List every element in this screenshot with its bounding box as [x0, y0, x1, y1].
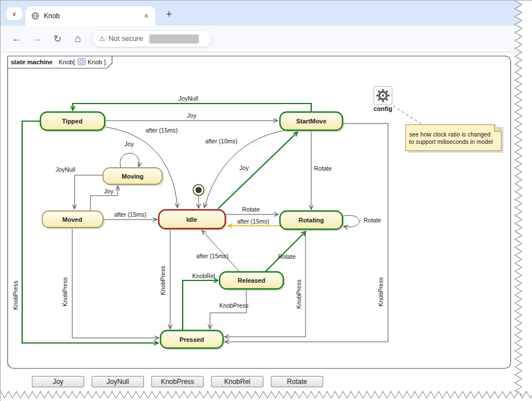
- not-secure-label: Not secure: [109, 35, 143, 43]
- note-line1: see how clock ratio is changed: [409, 131, 490, 138]
- state-startmove: StartMove: [280, 112, 344, 132]
- state-machine-diagram: state machine Knob[ Knob ]: [1, 1, 532, 401]
- reload-icon[interactable]: ↻: [51, 32, 64, 46]
- signal-button-joy[interactable]: Joy: [32, 376, 84, 387]
- warning-icon: ⚠: [99, 35, 105, 43]
- browser-tab-strip: ∨ Knob × +: [1, 1, 532, 26]
- gear-icon: [377, 89, 390, 102]
- label-joynull: JoyNull: [56, 166, 75, 173]
- label-joynull: JoyNull: [179, 95, 198, 102]
- svg-text:Idle: Idle: [187, 216, 197, 223]
- state-moved: Moved: [42, 211, 105, 229]
- label-joy: Joy: [187, 112, 197, 119]
- label-knobrel: KnobRel: [192, 272, 215, 279]
- svg-text:Rotating: Rotating: [299, 217, 324, 224]
- svg-text:Tipped: Tipped: [62, 118, 83, 125]
- frame-kind-label: state machine: [11, 59, 52, 65]
- address-bar[interactable]: ⚠ Not secure: [92, 30, 212, 47]
- signal-button-rotate[interactable]: Rotate: [271, 376, 323, 387]
- label-after10: after (10ms): [205, 138, 238, 144]
- label-joy: Joy: [240, 164, 249, 171]
- label-after15: after (15ms): [196, 253, 229, 259]
- note-line2: to support miliseconds in model: [409, 138, 493, 145]
- browser-toolbar: ← → ↻ ⌂ ⚠ Not secure: [1, 26, 532, 52]
- label-rotate: Rotate: [314, 165, 332, 172]
- label-rotate: Rotate: [242, 206, 260, 213]
- svg-text:Moving: Moving: [122, 173, 144, 180]
- signal-button-knobrel[interactable]: KnobRel: [211, 376, 263, 387]
- home-icon[interactable]: ⌂: [71, 32, 85, 46]
- label-after15: after (15ms): [237, 218, 270, 225]
- label-knobpress: KnobPress: [12, 280, 19, 309]
- globe-icon: [31, 12, 39, 20]
- state-idle: Idle: [159, 210, 227, 230]
- label-joy: Joy: [125, 140, 134, 147]
- svg-text:Pressed: Pressed: [180, 336, 204, 343]
- redacted-url: [150, 35, 199, 43]
- browser-tab[interactable]: Knob ×: [26, 6, 155, 26]
- label-rotate: Rotate: [364, 217, 381, 224]
- signal-button-joynull[interactable]: JoyNull: [92, 376, 144, 387]
- frame-name-end-label: Knob ]: [88, 59, 106, 65]
- label-after15: after (15ms): [146, 127, 178, 134]
- state-released: Released: [220, 272, 285, 291]
- label-knobpress: KnobPress: [377, 277, 384, 306]
- label-after15: after (15ms): [114, 211, 147, 218]
- label-knobpress: KnobPress: [61, 277, 68, 306]
- label-knobpress: KnobPress: [295, 279, 302, 308]
- new-tab-button[interactable]: +: [162, 7, 176, 21]
- svg-text:StartMove: StartMove: [296, 118, 326, 125]
- state-tipped: Tipped: [40, 112, 106, 132]
- svg-text:Released: Released: [238, 277, 265, 284]
- signal-button-knobpress[interactable]: KnobPress: [151, 376, 204, 387]
- svg-text:Moved: Moved: [63, 216, 83, 223]
- state-pressed: Pressed: [160, 330, 225, 350]
- tab-search-button[interactable]: ∨: [6, 7, 22, 20]
- chevron-down-icon: ∨: [12, 10, 17, 18]
- back-icon[interactable]: ←: [10, 32, 23, 46]
- config-label: config: [374, 105, 393, 112]
- label-knobpress: KnobPress: [159, 266, 166, 295]
- forward-icon[interactable]: →: [30, 32, 44, 46]
- frame-name-label: Knob[: [59, 59, 75, 65]
- close-tab-icon[interactable]: ×: [143, 11, 150, 20]
- state-rotating: Rotating: [280, 211, 344, 231]
- state-machine-icon: [78, 59, 85, 65]
- label-joy: Joy: [104, 188, 114, 195]
- tab-title: Knob: [44, 12, 143, 20]
- label-knobpress: KnobPress: [219, 302, 248, 309]
- label-rotate: Rotate: [278, 253, 296, 260]
- signal-button-row: Joy JoyNull KnobPress KnobRel Rotate: [32, 376, 323, 387]
- note: see how clock ratio is changed to suppor…: [406, 125, 504, 153]
- state-moving: Moving: [103, 168, 164, 186]
